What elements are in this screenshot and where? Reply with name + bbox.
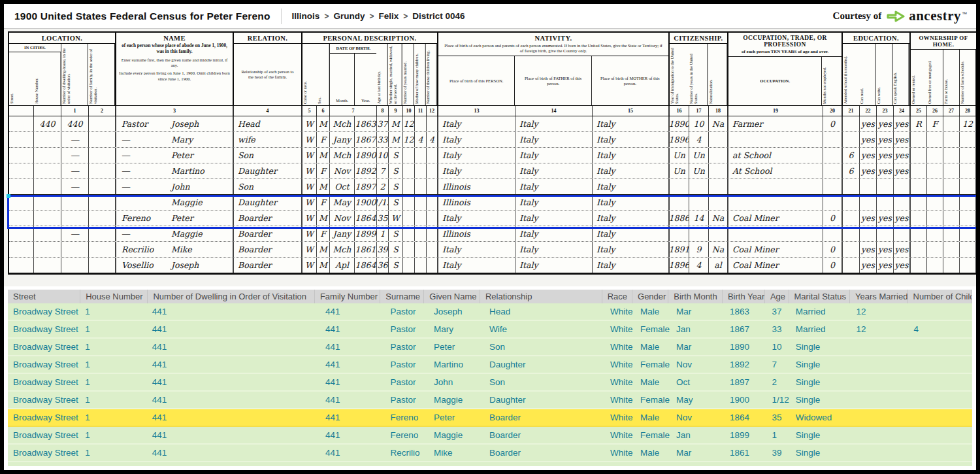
breadcrumb-county[interactable]: Grundy — [333, 11, 365, 21]
table-cell: 1 — [80, 430, 146, 440]
table-column-header[interactable]: Years Married — [850, 290, 908, 303]
table-column-header[interactable]: Marital Status — [789, 290, 850, 303]
table-cell: Fereno — [385, 430, 429, 440]
cell-own — [911, 211, 927, 226]
cell-eng: yes — [894, 242, 911, 257]
cell-occ — [728, 132, 823, 147]
table-cell: Boarder — [484, 413, 605, 422]
cell-age: 7 — [377, 163, 389, 178]
table-cell: 441 — [147, 342, 312, 352]
cell-pobf: Italy — [515, 242, 593, 257]
table-cell: 33 — [766, 324, 790, 334]
cell-dwell — [61, 242, 89, 257]
cell-occ: At School — [728, 163, 823, 178]
breadcrumb-state[interactable]: Illinois — [292, 11, 320, 21]
cell-pobm: Italy — [593, 116, 670, 131]
cell-street — [9, 163, 34, 178]
table-cell: Peter — [429, 413, 484, 422]
table-row[interactable]: Broadway Street1441441PastorMartinoDaugh… — [8, 356, 972, 374]
column-number: 9 — [389, 106, 403, 116]
table-column-header[interactable]: Race — [602, 290, 632, 303]
table-cell: 441 — [147, 307, 312, 316]
table-cell: Broadway Street — [8, 430, 80, 440]
column-number: 3 — [116, 106, 234, 116]
table-column-header[interactable]: Birth Year — [723, 290, 765, 303]
cell-yrs — [689, 179, 709, 194]
cell-occ: at School — [728, 148, 823, 163]
table-column-header[interactable]: Gender — [632, 290, 668, 303]
cell-pobm: Italy — [593, 242, 670, 257]
cell-mne — [823, 148, 843, 163]
table-cell: Pastor — [385, 307, 429, 316]
table-row[interactable]: Broadway Street1441441PastorJohnSonWhite… — [8, 374, 972, 392]
table-column-header[interactable]: Number of Dwelling in Order of Visitatio… — [148, 290, 314, 303]
cell-name: ―Maggie — [116, 226, 234, 241]
chevron-right-icon: > — [403, 12, 408, 21]
cell-pobf: Italy — [515, 116, 593, 131]
table-row[interactable]: Broadway Street1441441PastorPeterSonWhit… — [8, 339, 972, 356]
table-cell: 12 — [851, 307, 909, 316]
courtesy-attribution: Courtesy of ancestry ™ — [833, 8, 967, 24]
table-row[interactable]: Broadway Street1441441PastorJosephHeadWh… — [8, 303, 972, 321]
table-column-header[interactable]: Number of Children Born — [908, 290, 972, 303]
cell-yrs: 9 — [689, 242, 709, 257]
table-column-header[interactable]: Given Name — [424, 290, 480, 303]
cell-sched — [960, 148, 976, 163]
cell-mar: S — [389, 258, 403, 273]
table-cell: 441 — [320, 448, 385, 458]
cell-month: Apl — [330, 258, 355, 273]
cell-farm — [943, 132, 960, 147]
table-cell: Female — [635, 395, 671, 405]
table-row-highlighted[interactable]: Broadway Street1441441FerenoPeterBoarder… — [8, 409, 972, 427]
header-divider — [281, 8, 282, 24]
cell-ym — [403, 211, 415, 226]
table-cell: Maggie — [429, 395, 484, 405]
handwritten-given-name: Maggie — [171, 229, 203, 239]
cell-name: FerenoPeter — [116, 211, 234, 226]
cell-own — [911, 258, 927, 273]
table-cell: Mar — [671, 342, 725, 352]
cell-read: yes — [860, 211, 877, 226]
cell-month: Mch — [330, 116, 355, 131]
table-column-header[interactable]: Street — [8, 290, 80, 303]
cell-age: 10 — [377, 148, 389, 163]
cell-rel: Daughter — [234, 163, 302, 178]
table-cell: Broadway Street — [8, 360, 80, 369]
table-cell: 441 — [147, 430, 312, 440]
handwritten-given-name: Mike — [171, 245, 192, 254]
table-cell: 1 — [80, 307, 146, 316]
cell-year: 1897 — [355, 179, 377, 194]
table-row[interactable]: Broadway Street1441441PastorMaryWifeWhit… — [8, 321, 972, 339]
cell-race: W — [302, 148, 317, 163]
cell-house — [34, 211, 61, 226]
table-cell: Female — [635, 360, 671, 369]
table-row[interactable]: Broadway Street1441441VosellioJosephBoar… — [8, 462, 972, 466]
cell-rel: Boarder — [234, 242, 302, 257]
table-row[interactable]: Broadway Street1441441PastorMaggieDaught… — [8, 392, 972, 409]
ancestry-logo[interactable]: ancestry ™ — [909, 8, 967, 24]
table-cell: Broadway Street — [8, 448, 80, 458]
table-column-header[interactable]: Family Number — [315, 290, 380, 303]
table-column-header[interactable]: House Number — [80, 290, 148, 303]
cell-pobm: Italy — [593, 179, 670, 194]
cell-mar: S — [389, 163, 403, 178]
table-column-header[interactable]: Age — [765, 290, 789, 303]
table-cell: Broadway Street — [8, 377, 80, 387]
table-column-header[interactable]: Relationship — [480, 290, 602, 303]
breadcrumb-township[interactable]: Felix — [378, 11, 399, 21]
table-row[interactable]: Broadway Street1441441FerenoMaggieBoarde… — [8, 427, 972, 445]
table-row[interactable]: Broadway Street1441441RecrilioMikeBoarde… — [8, 445, 972, 462]
table-cell: John — [429, 377, 484, 387]
table-cell: Pastor — [385, 324, 429, 334]
cell-ym — [403, 163, 415, 178]
cell-pobf: Italy — [515, 132, 593, 147]
table-column-header[interactable]: Surname — [380, 290, 424, 303]
table-cell: 1 — [766, 430, 790, 440]
cell-farm — [943, 116, 960, 131]
breadcrumb-district[interactable]: District 0046 — [412, 11, 465, 21]
table-cell: Son — [484, 342, 605, 352]
cell-write: yes — [877, 148, 894, 163]
table-column-header[interactable]: Birth Month — [668, 290, 723, 303]
document-scan-viewer[interactable]: LOCATION. IN CITIES. Street. House Numbe… — [4, 29, 976, 286]
cell-yrs: 4 — [689, 132, 709, 147]
